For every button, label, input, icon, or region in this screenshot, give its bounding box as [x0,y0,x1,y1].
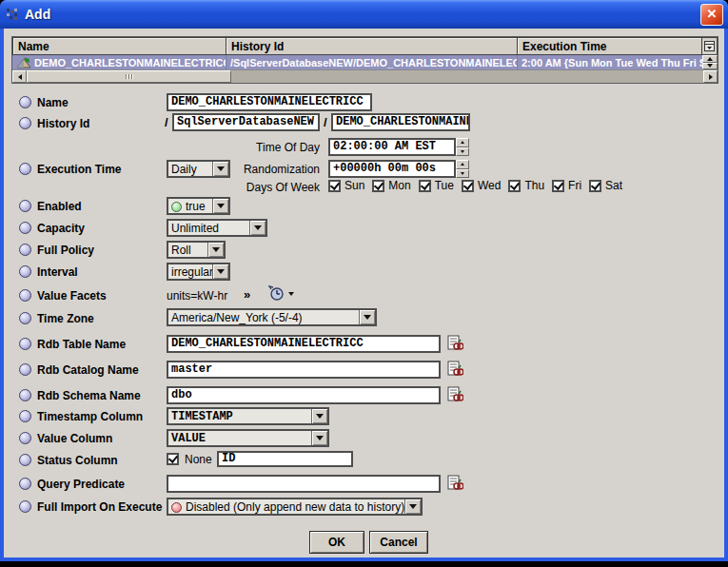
table-options-button[interactable] [702,37,718,55]
rdb-catalog-name-input[interactable]: master [167,361,441,379]
interval-dropdown[interactable]: irregular [167,263,230,281]
dropdown-button[interactable] [311,409,327,423]
capacity-dropdown[interactable]: Unlimited [167,219,267,237]
column-header-history-id[interactable]: History Id [226,37,518,55]
name-chooser-button[interactable] [447,475,464,492]
query-predicate-label: Query Predicate [37,478,125,491]
name-chooser-button[interactable] [447,386,464,403]
dropdown-button[interactable] [207,243,224,257]
rdb-schema-name-radio[interactable] [19,389,31,401]
name-chooser-button[interactable] [447,335,464,352]
query-predicate-radio[interactable] [19,478,31,490]
full-policy-radio[interactable] [19,244,31,256]
day-checkbox[interactable] [419,180,431,192]
rdb-schema-name-input[interactable]: dbo [167,386,441,404]
value-column-dropdown[interactable]: VALUE [167,429,329,447]
status-column-radio[interactable] [19,454,31,466]
dropdown-button[interactable] [212,199,228,213]
time-of-day-spinner[interactable] [456,138,469,156]
name-chooser-button[interactable] [447,361,464,378]
time-zone-radio[interactable] [19,312,31,324]
dropdown-button[interactable] [311,431,327,445]
timestamp-column-radio[interactable] [19,410,31,422]
execution-time-radio[interactable] [19,163,31,175]
capacity-field-header: Capacity [19,219,85,237]
spin-up-button[interactable] [456,160,469,169]
horizontal-scroll-track[interactable] [231,70,703,83]
enabled-radio[interactable] [19,200,31,212]
column-header-execution-time[interactable]: Execution Time [518,37,702,55]
rdb-catalog-name-radio[interactable] [19,363,31,376]
cancel-button[interactable]: Cancel [369,531,428,554]
rdb-table-name-radio[interactable] [19,338,31,350]
day-checkbox[interactable] [462,180,474,192]
spin-up-button[interactable] [456,138,469,147]
time-of-day-label: Time Of Day [201,141,320,154]
value-column-radio[interactable] [19,432,31,444]
titlebar[interactable]: Add ✕ [0,0,728,29]
dropdown-button[interactable] [249,221,266,235]
capacity-radio[interactable] [19,222,31,234]
time-zone-dropdown[interactable]: America/New_York (-5/-4) [167,308,377,326]
interval-radio[interactable] [19,265,31,278]
day-checkbox[interactable] [328,180,341,192]
dropdown-button[interactable] [404,499,421,514]
history-parent-input[interactable]: SqlServerDatabaseNEW [172,113,320,131]
facets-expand-button[interactable]: » [244,287,250,302]
history-id-radio[interactable] [19,117,31,129]
name-radio[interactable] [19,96,31,108]
dropdown-button[interactable] [359,310,375,324]
down-arrow-icon [461,150,464,153]
randomization-spinner[interactable] [456,160,469,178]
randomization-input[interactable]: +00000h 00m 00s [328,160,456,178]
day-checkbox[interactable] [372,180,384,192]
day-label: Tue [435,179,454,192]
table-row[interactable]: DEMO_CHARLESTONMAINELECTRICC /SqlServerD… [12,55,718,69]
day-checkbox[interactable] [508,180,521,192]
day-item: Wed [462,179,501,192]
status-none-checkbox[interactable] [167,453,179,465]
enabled-label: Enabled [37,200,82,213]
rdb-table-name-input[interactable]: DEMO_CHARLESTONMAINELECTRICC [167,335,441,353]
up-arrow-icon [461,163,464,166]
scroll-left-button[interactable] [12,70,27,83]
value-column-label: Value Column [37,432,112,445]
dropdown-button[interactable] [212,264,228,279]
time-of-day-input[interactable]: 02:00:00 AM EST [328,138,456,156]
scroll-down-button[interactable] [702,63,718,70]
scroll-right-button[interactable] [703,70,718,83]
day-checkbox[interactable] [589,180,601,192]
full-import-dropdown[interactable]: Disabled (Only append new data to histor… [167,498,423,516]
table-horizontal-scrollbar[interactable] [12,69,718,83]
rdb-schema-name-label: Rdb Schema Name [37,389,141,402]
full-import-label: Full Import On Execute [37,500,162,514]
column-header-name[interactable]: Name [12,37,226,55]
status-column-input[interactable]: ID [217,451,353,467]
day-checkbox[interactable] [552,180,564,192]
scroll-up-button[interactable] [702,55,718,63]
ok-button[interactable]: OK [309,531,364,554]
full-import-radio[interactable] [19,500,31,513]
spin-down-button[interactable] [456,147,469,157]
timestamp-column-dropdown[interactable]: TIMESTAMP [167,407,329,425]
chevron-down-icon [254,225,262,230]
value-facets-label: Value Facets [37,289,107,303]
day-label: Mon [388,179,410,192]
enabled-field-header: Enabled [19,197,82,215]
spin-down-button[interactable] [456,169,469,179]
full-policy-dropdown[interactable]: Roll [167,241,226,259]
horizontal-scroll-thumb[interactable] [27,70,231,83]
name-input[interactable]: DEMO_CHARLESTONMAINELECTRICC [167,93,372,111]
value-facets-radio[interactable] [19,289,31,302]
enabled-dropdown[interactable]: true [167,197,230,215]
facets-clock-history-button[interactable] [268,285,285,303]
close-button[interactable]: ✕ [700,4,723,26]
full-import-value: Disabled (Only append new data to histor… [168,499,404,514]
true-status-icon [171,202,182,212]
history-child-input[interactable]: DEMO_CHARLESTONMAINE [331,113,470,131]
history-id-field-header: History Id [19,114,89,132]
facets-dropdown-arrow[interactable] [288,292,294,296]
query-predicate-input[interactable] [167,475,441,493]
table-vertical-scrollbar[interactable] [702,55,718,69]
add-dialog: Add ✕ Name History Id Execution Time [0,0,728,561]
